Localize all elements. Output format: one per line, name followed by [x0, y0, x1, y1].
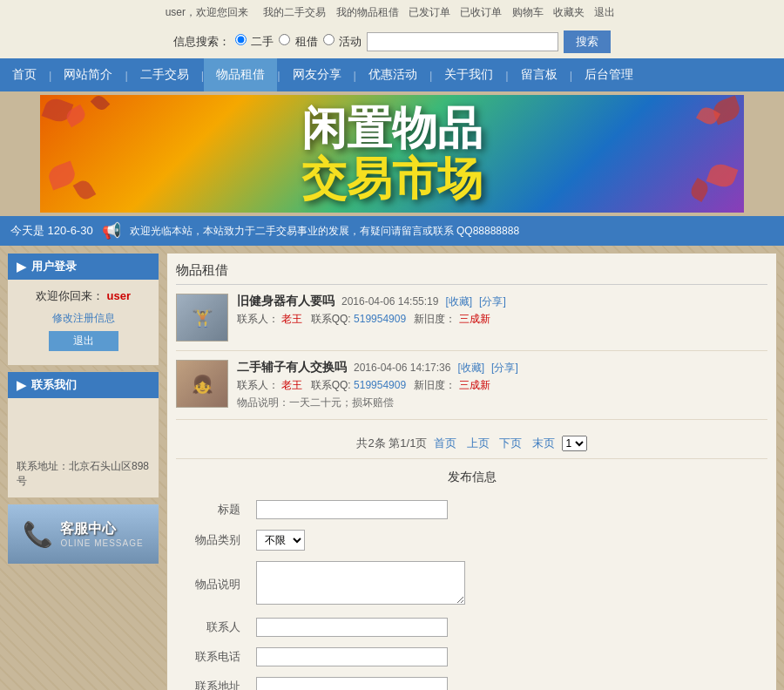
- form-input-addr[interactable]: [256, 677, 448, 690]
- form-input-contact[interactable]: [256, 618, 448, 637]
- search-bar: 信息搜索： 二手 租借 活动 搜索: [0, 25, 784, 58]
- notice-text: 欢迎光临本站，本站致力于二手交易事业的发展，有疑问请留言或联系 QQ888888…: [130, 224, 774, 239]
- form-label-phone: 联系电话: [178, 643, 247, 671]
- sidebar-user-section: ▶ 用户登录 欢迎你回来： user 修改注册信息 退出: [7, 253, 159, 366]
- contact-name-link-2[interactable]: 老王: [281, 379, 302, 391]
- radio-activity[interactable]: [323, 34, 335, 45]
- radio-rental[interactable]: [279, 34, 290, 45]
- listing-item-2: 👧 二手辅子有人交换吗 2016-04-06 14:17:36 [收藏] [分享…: [176, 360, 767, 420]
- listing-title-line-1: 旧健身器有人要吗 2016-04-06 14:55:19 [收藏] [分享]: [237, 294, 767, 309]
- listing-title-line-2: 二手辅子有人交换吗 2016-04-06 14:17:36 [收藏] [分享]: [237, 360, 767, 375]
- publish-form-title: 发布信息: [176, 470, 767, 485]
- condition-link-1[interactable]: 三成新: [459, 313, 490, 325]
- pagination-first[interactable]: 首页: [434, 436, 456, 450]
- sidebar-user-body: 欢迎你回来： user 修改注册信息 退出: [8, 280, 159, 365]
- banner: 闲置物品 交易市场: [40, 95, 744, 213]
- sidebar-contact-header: ▶ 联系我们: [8, 372, 159, 398]
- my-transactions-link[interactable]: 我的二手交易: [263, 6, 326, 18]
- radio-secondhand[interactable]: [235, 34, 247, 45]
- banner-line1: 闲置物品: [301, 104, 483, 153]
- content-title: 物品租借: [176, 262, 767, 285]
- form-label-desc: 物品说明: [178, 557, 247, 612]
- radio-secondhand-label: 二手: [235, 34, 274, 50]
- form-select-category[interactable]: 不限 电器 家具 衣物 书籍 其他: [256, 530, 305, 551]
- listing-date-1: 2016-04-06 14:55:19: [341, 295, 438, 308]
- top-bar: user，欢迎您回来 我的二手交易 我的物品租借 已发订单 已收订单 购物车 收…: [0, 0, 784, 25]
- date-bar: 今天是 120-6-30 📢 欢迎光临本站，本站致力于二手交易事业的发展，有疑问…: [0, 216, 784, 246]
- search-label: 信息搜索：: [173, 34, 230, 50]
- form-row-phone: 联系电话: [178, 643, 766, 671]
- nav-promo[interactable]: 优惠活动: [356, 58, 429, 91]
- pagination-page: 第1/1页: [389, 436, 427, 450]
- listing-share-1[interactable]: [分享]: [479, 294, 506, 309]
- greeting-text: user，欢迎您回来: [166, 6, 248, 18]
- publish-form: 标题 物品类别 不限 电器 家具 衣物 书籍 其他 物品说明: [176, 494, 767, 690]
- nav-about[interactable]: 网站简介: [51, 58, 125, 91]
- contact-address: 联系地址：北京石头山区898号: [17, 459, 150, 489]
- listing-meta-2: 联系人： 老王 联系QQ: 519954909 新旧度： 三成新: [237, 378, 767, 393]
- listing-name-2: 二手辅子有人交换吗: [237, 360, 347, 375]
- logout-link[interactable]: 退出: [594, 6, 615, 18]
- nav-share[interactable]: 网友分享: [280, 58, 354, 91]
- pagination-total: 共2条: [356, 436, 385, 450]
- search-button[interactable]: 搜索: [564, 30, 611, 53]
- listing-info-1: 旧健身器有人要吗 2016-04-06 14:55:19 [收藏] [分享] 联…: [237, 294, 767, 327]
- form-row-category: 物品类别 不限 电器 家具 衣物 书籍 其他: [178, 525, 766, 555]
- pagination-select[interactable]: 1: [562, 436, 587, 451]
- pagination-prev[interactable]: 上页: [467, 436, 490, 450]
- form-input-phone[interactable]: [256, 647, 448, 666]
- cs-phone-icon: 📞: [23, 520, 53, 549]
- my-rentals-link[interactable]: 我的物品租借: [336, 6, 399, 18]
- favorites-link[interactable]: 收藏夹: [553, 6, 585, 18]
- nav-home[interactable]: 首页: [0, 58, 49, 91]
- sidebar: ▶ 用户登录 欢迎你回来： user 修改注册信息 退出 ▶ 联系我们: [7, 253, 159, 565]
- radio-rental-label: 租借: [279, 34, 318, 50]
- content-area: 物品租借 🏋 旧健身器有人要吗 2016-04-06 14:55:19 [收藏]…: [166, 253, 777, 690]
- listing-thumb-2: 👧: [176, 360, 228, 408]
- qq-link-2[interactable]: 519954909: [354, 379, 406, 391]
- pagination-next[interactable]: 下页: [499, 436, 522, 450]
- received-orders-link[interactable]: 已收订单: [460, 6, 502, 18]
- form-label-title: 标题: [178, 496, 247, 524]
- pagination-last[interactable]: 末页: [532, 436, 555, 450]
- pagination: 共2条 第1/1页 首页 上页 下页 末页 1: [176, 429, 767, 459]
- thumb-icon-1: 🏋: [192, 308, 213, 328]
- form-label-category: 物品类别: [178, 525, 247, 555]
- sidebar-contact-body: 联系地址：北京石头山区898号: [8, 398, 159, 497]
- form-row-title: 标题: [178, 496, 766, 524]
- cs-subtitle: OLINE MESSAGE: [60, 538, 143, 548]
- listing-meta-1: 联系人： 老王 联系QQ: 519954909 新旧度： 三成新: [237, 312, 767, 327]
- listing-share-2[interactable]: [分享]: [491, 361, 518, 375]
- condition-link-2[interactable]: 三成新: [459, 379, 490, 391]
- radio-activity-label: 活动: [323, 34, 362, 50]
- modify-info-link[interactable]: 修改注册信息: [17, 311, 150, 326]
- sent-orders-link[interactable]: 已发订单: [409, 6, 450, 18]
- logout-sidebar-button[interactable]: 退出: [49, 331, 118, 351]
- sidebar-user-header: ▶ 用户登录: [8, 254, 159, 280]
- listing-info-2: 二手辅子有人交换吗 2016-04-06 14:17:36 [收藏] [分享] …: [237, 360, 767, 410]
- listing-item: 🏋 旧健身器有人要吗 2016-04-06 14:55:19 [收藏] [分享]…: [176, 294, 767, 351]
- form-input-title[interactable]: [256, 500, 448, 519]
- sidebar-user-title: 用户登录: [31, 259, 77, 274]
- arrow-icon-2: ▶: [17, 378, 26, 392]
- contact-name-link-1[interactable]: 老王: [281, 313, 302, 325]
- nav-secondhand[interactable]: 二手交易: [128, 58, 201, 91]
- nav-rental[interactable]: 物品租借: [204, 58, 277, 91]
- form-textarea-desc[interactable]: [256, 561, 465, 605]
- listing-collect-2[interactable]: [收藏]: [457, 361, 484, 375]
- nav-admin[interactable]: 后台管理: [572, 58, 645, 91]
- search-input[interactable]: [367, 32, 558, 51]
- nav-message[interactable]: 留言板: [509, 58, 570, 91]
- listing-date-2: 2016-04-06 14:17:36: [354, 362, 450, 374]
- listing-collect-1[interactable]: [收藏]: [445, 294, 472, 309]
- sidebar-contact-title: 联系我们: [31, 377, 77, 393]
- form-row-contact: 联系人: [178, 613, 766, 641]
- nav-about-us[interactable]: 关于我们: [432, 58, 505, 91]
- cart-link[interactable]: 购物车: [512, 6, 544, 18]
- customer-service-box[interactable]: 📞 客服中心 OLINE MESSAGE: [7, 504, 159, 565]
- main-nav: 首页 | 网站简介 | 二手交易 | 物品租借 | 网友分享 | 优惠活动 | …: [0, 58, 784, 91]
- cs-title: 客服中心: [60, 520, 143, 538]
- qq-link-1[interactable]: 519954909: [354, 313, 406, 325]
- form-label-addr: 联系地址: [178, 673, 247, 690]
- current-date: 今天是 120-6-30: [10, 223, 93, 239]
